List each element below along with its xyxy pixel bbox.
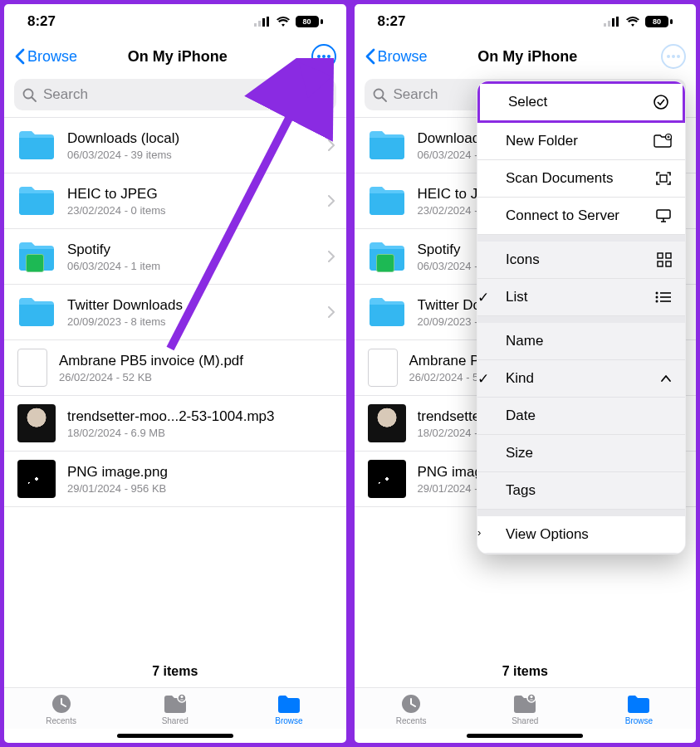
item-meta: 06/03/2024 - 39 items bbox=[67, 149, 316, 161]
folder-spotify-icon bbox=[17, 237, 56, 276]
menu-view-icons[interactable]: Icons bbox=[477, 242, 685, 279]
list-item[interactable]: Spotify06/03/2024 - 1 item bbox=[4, 229, 346, 285]
cellular-icon bbox=[604, 17, 620, 27]
svg-rect-30 bbox=[660, 175, 667, 182]
browse-folder-icon bbox=[626, 693, 651, 715]
list-item[interactable]: Twitter Downloads20/09/2023 - 8 items bbox=[4, 285, 346, 340]
svg-point-36 bbox=[656, 292, 658, 295]
item-name: Spotify bbox=[67, 242, 316, 258]
list-item[interactable]: trendsetter-moo...2-53-1004.mp318/02/202… bbox=[4, 396, 346, 452]
svg-rect-18 bbox=[616, 17, 619, 27]
tab-bar: Recents Shared Browse bbox=[355, 687, 697, 729]
svg-point-13 bbox=[180, 696, 183, 698]
menu-select[interactable]: Select bbox=[477, 81, 686, 124]
status-icons: 80 bbox=[254, 16, 323, 27]
search-icon bbox=[22, 88, 37, 102]
item-name: HEIC to JPEG bbox=[67, 186, 316, 203]
status-icons: 80 bbox=[604, 16, 673, 27]
svg-rect-16 bbox=[608, 21, 610, 27]
svg-rect-31 bbox=[657, 210, 670, 218]
battery-icon: 80 bbox=[645, 16, 673, 27]
audio-thumbnail bbox=[17, 404, 56, 442]
context-menu: Select New Folder Scan Documents Connect… bbox=[477, 81, 686, 554]
image-thumbnail bbox=[368, 460, 406, 498]
svg-rect-3 bbox=[267, 17, 269, 27]
svg-point-40 bbox=[656, 300, 658, 303]
status-bar: 8:27 80 bbox=[4, 4, 346, 37]
chevron-left-icon bbox=[14, 48, 26, 65]
item-name: Ambrane PB5 invoice (M).pdf bbox=[59, 353, 335, 369]
clock-icon bbox=[50, 693, 73, 715]
menu-connect-server[interactable]: Connect to Server bbox=[477, 198, 685, 235]
wifi-icon bbox=[625, 17, 640, 27]
file-list: Downloads (local)06/03/2024 - 39 items H… bbox=[4, 117, 346, 654]
more-button[interactable] bbox=[661, 44, 686, 69]
folder-icon bbox=[17, 182, 56, 220]
svg-rect-2 bbox=[262, 18, 265, 27]
search-input[interactable] bbox=[43, 86, 310, 103]
tab-label: Browse bbox=[275, 716, 302, 725]
svg-rect-19 bbox=[670, 19, 673, 24]
svg-point-8 bbox=[24, 89, 33, 98]
ellipsis-icon bbox=[317, 55, 330, 58]
tab-label: Shared bbox=[162, 716, 188, 725]
shared-folder-icon bbox=[512, 693, 537, 715]
list-item[interactable]: PNG image.png29/01/2024 - 956 KB bbox=[4, 452, 346, 507]
tab-shared[interactable]: Shared bbox=[118, 693, 232, 725]
item-meta: 06/03/2024 - 1 item bbox=[67, 260, 316, 272]
grid-icon bbox=[653, 252, 672, 267]
svg-point-27 bbox=[531, 696, 533, 698]
svg-point-26 bbox=[527, 694, 536, 702]
menu-scan-documents[interactable]: Scan Documents bbox=[477, 160, 685, 198]
audio-thumbnail bbox=[368, 404, 406, 442]
item-count: 7 items bbox=[4, 654, 346, 687]
search-bar[interactable] bbox=[14, 79, 336, 110]
item-name: trendsetter-moo...2-53-1004.mp3 bbox=[67, 408, 335, 425]
screenshot-left: 8:27 80 Browse On My iPhone Downloads (l… bbox=[0, 0, 350, 747]
tab-shared[interactable]: Shared bbox=[468, 693, 582, 725]
svg-point-20 bbox=[667, 55, 670, 58]
tab-browse[interactable]: Browse bbox=[232, 693, 345, 725]
chevron-right-icon bbox=[328, 251, 335, 262]
menu-sort-size[interactable]: Size bbox=[477, 435, 685, 472]
status-time: 8:27 bbox=[27, 13, 56, 30]
server-icon bbox=[653, 208, 672, 223]
svg-point-7 bbox=[327, 55, 330, 58]
menu-view-list[interactable]: ✓List bbox=[477, 279, 685, 316]
back-label: Browse bbox=[378, 48, 428, 66]
menu-view-options[interactable]: ›View Options bbox=[477, 516, 685, 554]
svg-point-23 bbox=[374, 89, 383, 98]
back-button[interactable]: Browse bbox=[365, 48, 428, 66]
list-icon bbox=[653, 291, 672, 303]
list-item[interactable]: Downloads (local)06/03/2024 - 39 items bbox=[4, 117, 346, 173]
chevron-right-icon bbox=[328, 195, 335, 207]
tab-recents[interactable]: Recents bbox=[4, 693, 118, 725]
menu-new-folder[interactable]: New Folder bbox=[477, 123, 685, 160]
tab-browse[interactable]: Browse bbox=[582, 693, 696, 725]
svg-rect-1 bbox=[258, 21, 261, 27]
battery-icon: 80 bbox=[296, 16, 323, 27]
svg-rect-15 bbox=[604, 23, 606, 27]
scan-icon bbox=[653, 170, 672, 187]
menu-sort-date[interactable]: Date bbox=[477, 398, 685, 435]
svg-point-21 bbox=[672, 55, 675, 58]
menu-sort-kind[interactable]: ✓Kind bbox=[477, 360, 685, 398]
svg-point-38 bbox=[656, 296, 658, 299]
tab-label: Recents bbox=[396, 716, 427, 725]
more-button[interactable] bbox=[311, 44, 336, 69]
mic-icon[interactable] bbox=[316, 86, 328, 103]
item-count: 7 items bbox=[355, 654, 697, 687]
nav-bar: Browse On My iPhone bbox=[4, 37, 346, 74]
svg-point-28 bbox=[654, 95, 668, 109]
item-name: PNG image.png bbox=[67, 464, 335, 481]
list-item[interactable]: HEIC to JPEG23/02/2024 - 0 items bbox=[4, 173, 346, 229]
menu-sort-tags[interactable]: Tags bbox=[477, 472, 685, 510]
folder-icon bbox=[17, 126, 56, 164]
item-meta: 23/02/2024 - 0 items bbox=[67, 204, 316, 217]
wifi-icon bbox=[276, 17, 291, 27]
list-item[interactable]: Ambrane PB5 invoice (M).pdf26/02/2024 - … bbox=[4, 340, 346, 396]
chevron-left-icon bbox=[365, 48, 376, 65]
tab-recents[interactable]: Recents bbox=[355, 693, 468, 725]
svg-line-24 bbox=[382, 97, 386, 101]
menu-sort-name[interactable]: Name bbox=[477, 323, 685, 360]
